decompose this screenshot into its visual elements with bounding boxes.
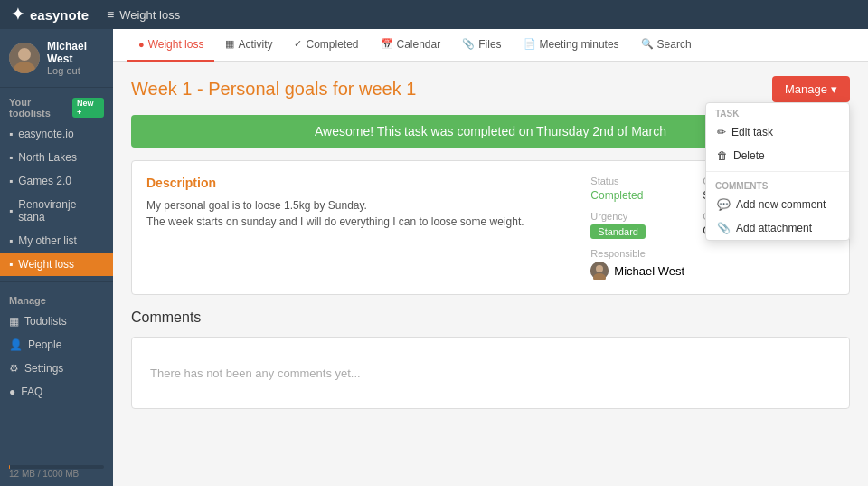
item-icon: ▪ <box>9 128 13 140</box>
item-icon: ▪ <box>9 234 13 247</box>
comments-empty: There has not been any comments yet... <box>131 337 850 409</box>
sidebar-item-label: Weight loss <box>18 258 74 271</box>
storage-area: 12 MB / 1000 MB <box>0 454 113 486</box>
tab-label-files: Files <box>478 38 501 51</box>
sidebar-item-label: People <box>28 338 61 351</box>
page-header: Week 1 - Personal goals for week 1 Manag… <box>131 76 850 102</box>
sidebar-item-people[interactable]: 👤 People <box>0 333 113 357</box>
sidebar-user-info: Michael West Log out <box>47 40 104 76</box>
responsible-user: Michael West <box>590 262 684 280</box>
sidebar-item-label: FAQ <box>21 386 42 398</box>
add-attachment-label: Add attachment <box>736 222 812 234</box>
sidebar-item-easynote[interactable]: ▪ easynote.io <box>0 122 113 146</box>
attachment-icon: 📎 <box>717 222 731 234</box>
svg-point-4 <box>596 265 603 272</box>
sidebar-item-games[interactable]: ▪ Games 2.0 <box>0 169 113 193</box>
sidebar-item-faq[interactable]: ● FAQ <box>0 380 113 404</box>
status-group: Status Completed <box>590 176 684 202</box>
item-icon: ▪ <box>9 258 13 271</box>
status-label: Status <box>590 176 684 186</box>
manage-button-wrapper: Manage ▾ Task ✏ Edit task 🗑 Delete <box>772 76 850 102</box>
tab-label-activity: Activity <box>238 38 272 51</box>
responsible-label: Responsible <box>590 248 684 259</box>
logout-link[interactable]: Log out <box>47 65 104 76</box>
sidebar-item-renoviranje[interactable]: ▪ Renoviranje stana <box>0 193 113 229</box>
item-icon: ▪ <box>9 205 13 217</box>
faq-icon: ● <box>9 386 15 398</box>
sidebar-item-settings[interactable]: ⚙ Settings <box>0 357 113 380</box>
people-icon: 👤 <box>9 338 23 351</box>
storage-label: 12 MB / 1000 MB <box>9 469 104 479</box>
tab-weight-loss[interactable]: ● Weight loss <box>127 29 214 62</box>
dropdown-add-attachment[interactable]: 📎 Add attachment <box>706 216 849 240</box>
new-badge[interactable]: New + <box>72 98 104 118</box>
tab-calendar[interactable]: 📅 Calendar <box>370 29 452 62</box>
tab-icon-meeting: 📄 <box>524 38 536 50</box>
topbar-current-list: Weight loss <box>119 8 180 22</box>
task-description: Description My personal goal is to loose… <box>146 176 569 280</box>
dropdown-task-section: Task <box>706 103 849 120</box>
tab-icon-completed: ✓ <box>294 38 302 50</box>
urgency-group: Urgency Standard <box>590 211 684 239</box>
item-icon: ▪ <box>9 175 13 187</box>
responsible-avatar <box>590 262 609 280</box>
page-content: Week 1 - Personal goals for week 1 Manag… <box>113 62 868 486</box>
tab-meeting-minutes[interactable]: 📄 Meeting minutes <box>513 29 630 62</box>
comment-icon: 💬 <box>717 198 731 211</box>
description-title: Description <box>146 176 569 190</box>
dropdown-add-comment[interactable]: 💬 Add new comment <box>706 193 849 216</box>
main-area: ● Weight loss ▦ Activity ✓ Completed 📅 C… <box>113 29 868 486</box>
tab-label-meeting: Meeting minutes <box>540 38 619 51</box>
tab-icon-search: 🔍 <box>641 38 654 50</box>
dropdown-delete[interactable]: 🗑 Delete <box>706 144 849 167</box>
sidebar-item-north-lakes[interactable]: ▪ North Lakes <box>0 146 113 169</box>
sidebar-item-weight-loss[interactable]: ▪ Weight loss <box>0 253 113 276</box>
responsible-group: Responsible Michael West <box>590 248 684 280</box>
comments-section: Comments There has not been any comments… <box>131 310 850 409</box>
settings-icon: ⚙ <box>9 362 19 375</box>
tab-label-completed: Completed <box>306 38 358 51</box>
delete-label: Delete <box>733 149 765 162</box>
comments-empty-text: There has not been any comments yet... <box>150 367 361 380</box>
status-value: Completed <box>590 189 684 202</box>
tab-activity[interactable]: ▦ Activity <box>214 29 283 62</box>
tab-icon-calendar: 📅 <box>381 38 393 50</box>
sidebar-item-label: My other list <box>18 234 77 247</box>
tab-completed[interactable]: ✓ Completed <box>283 29 369 62</box>
responsible-name: Michael West <box>614 264 684 278</box>
sidebar-item-label: North Lakes <box>18 151 77 164</box>
description-line2: The week starts on sunday and I will do … <box>146 214 569 230</box>
svg-point-1 <box>18 48 31 61</box>
urgency-label: Urgency <box>590 211 684 222</box>
add-comment-label: Add new comment <box>736 198 826 211</box>
tab-bar: ● Weight loss ▦ Activity ✓ Completed 📅 C… <box>113 29 868 62</box>
week-label: Week 1 - <box>131 79 208 99</box>
manage-button[interactable]: Manage ▾ <box>772 76 850 102</box>
dropdown-edit-task[interactable]: ✏ Edit task <box>706 120 849 144</box>
avatar <box>9 43 40 73</box>
sidebar-item-label: Todolists <box>24 315 67 328</box>
tab-files[interactable]: 📎 Files <box>451 29 512 62</box>
dropdown-comments-section: Comments <box>706 176 849 193</box>
manage-section-title: Manage <box>0 288 113 310</box>
todolists-section-title: Your todolists New + <box>0 88 113 122</box>
urgency-badge: Standard <box>590 224 646 239</box>
edit-task-label: Edit task <box>731 126 773 138</box>
manage-caret-icon: ▾ <box>831 82 837 96</box>
topbar: ✦ easynote ≡ Weight loss <box>0 0 868 29</box>
sidebar-item-label: Renoviranje stana <box>18 198 104 224</box>
edit-icon: ✏ <box>717 126 726 138</box>
page-title: Week 1 - Personal goals for week 1 <box>131 79 416 100</box>
tab-label-calendar: Calendar <box>397 38 441 51</box>
list-icon: ≡ <box>107 7 114 22</box>
tab-label-search: Search <box>657 38 692 51</box>
sidebar-item-todolists[interactable]: ▦ Todolists <box>0 310 113 333</box>
tab-search[interactable]: 🔍 Search <box>630 29 703 62</box>
title-highlight: Personal goals for week 1 <box>208 79 416 99</box>
sidebar-item-my-other[interactable]: ▪ My other list <box>0 229 113 253</box>
tab-icon-files: 📎 <box>462 38 475 50</box>
sidebar-divider <box>0 281 113 282</box>
tab-icon-activity: ▦ <box>225 38 234 50</box>
logo[interactable]: ✦ easynote <box>11 5 89 24</box>
logo-icon: ✦ <box>11 5 24 24</box>
